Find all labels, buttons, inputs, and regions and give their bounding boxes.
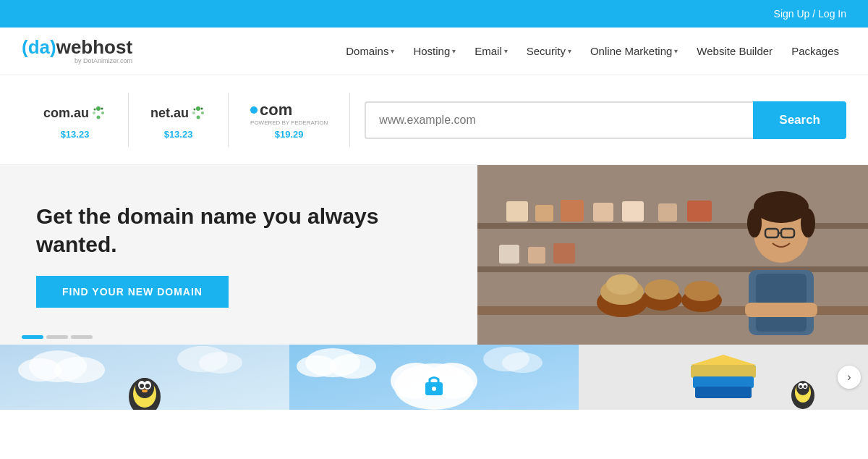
nav-item-online-marketing[interactable]: Online Marketing ▾ — [583, 41, 685, 62]
svg-point-40 — [747, 209, 762, 237]
chevron-down-icon: ▾ — [452, 47, 456, 55]
nav-item-email[interactable]: Email ▾ — [467, 41, 515, 62]
chevron-down-icon: ▾ — [391, 47, 394, 55]
tld-netau[interactable]: net.au $13.23 — [129, 93, 229, 147]
svg-point-4 — [101, 108, 103, 110]
hero-person-illustration — [477, 165, 868, 345]
svg-rect-18 — [593, 203, 613, 222]
svg-point-56 — [142, 389, 148, 392]
hero-banner: Get the domain name you always wanted. F… — [0, 165, 868, 345]
svg-rect-23 — [528, 247, 545, 264]
svg-rect-21 — [687, 201, 712, 222]
box-card-illustration — [579, 345, 868, 410]
svg-point-10 — [201, 108, 203, 110]
svg-rect-42 — [745, 303, 817, 317]
svg-rect-22 — [499, 245, 519, 264]
search-button[interactable]: Search — [753, 101, 846, 139]
tld-dotcom[interactable]: com POWERED BY FEDERATION $19.29 — [229, 93, 350, 147]
svg-rect-70 — [691, 365, 756, 378]
dotcom-price: $19.29 — [275, 129, 304, 140]
svg-rect-20 — [658, 203, 677, 222]
nav-item-website-builder[interactable]: Website Builder — [689, 41, 780, 62]
svg-point-79 — [799, 385, 802, 388]
find-domain-button[interactable]: FIND YOUR NEW DOMAIN — [36, 276, 229, 308]
logo-text: (da)webhost — [22, 38, 132, 56]
cloud-card-illustration — [289, 345, 579, 410]
dotcom-logo: com POWERED BY FEDERATION — [250, 100, 328, 126]
netau-dots-icon — [190, 105, 206, 121]
nav-item-packages[interactable]: Packages — [784, 41, 846, 62]
logo[interactable]: (da)webhost by DotAnimizer.com — [22, 38, 132, 64]
search-input[interactable] — [365, 101, 753, 139]
svg-point-30 — [644, 279, 679, 300]
svg-rect-24 — [553, 243, 575, 264]
svg-point-9 — [192, 111, 195, 114]
card-box-stack[interactable]: › — [579, 345, 868, 410]
hero-content: Get the domain name you always wanted. F… — [0, 165, 477, 345]
svg-point-76 — [796, 381, 809, 395]
carousel-dot-3[interactable] — [71, 335, 93, 339]
card-linux-hosting[interactable] — [0, 345, 289, 410]
linux-card-illustration — [0, 345, 289, 410]
svg-rect-17 — [561, 200, 584, 222]
cards-section: › — [0, 345, 868, 410]
svg-point-45 — [54, 357, 105, 383]
svg-point-32 — [684, 281, 719, 301]
svg-rect-72 — [693, 376, 754, 388]
carousel-dots — [22, 335, 93, 339]
nav-item-domains[interactable]: Domains ▾ — [339, 41, 401, 62]
svg-point-67 — [432, 387, 436, 391]
svg-point-55 — [145, 384, 150, 388]
svg-point-5 — [94, 109, 96, 111]
next-arrow-button[interactable]: › — [838, 366, 861, 389]
comau-logo: com.au — [43, 100, 106, 126]
comau-price: $13.23 — [61, 129, 90, 140]
nav-item-hosting[interactable]: Hosting ▾ — [406, 41, 463, 62]
svg-point-1 — [101, 111, 104, 114]
hero-title: Get the domain name you always wanted. — [36, 202, 441, 258]
svg-rect-16 — [535, 205, 553, 222]
svg-point-80 — [804, 385, 807, 388]
tld-comau[interactable]: com.au $13.23 — [22, 93, 129, 147]
comau-dots-icon — [90, 105, 106, 121]
svg-rect-15 — [506, 201, 528, 222]
svg-rect-19 — [622, 201, 644, 222]
svg-rect-73 — [695, 387, 752, 398]
search-bar: Search — [365, 101, 846, 139]
svg-point-62 — [502, 353, 542, 373]
signup-login-link[interactable]: Sign Up / Log In — [774, 8, 846, 20]
svg-point-39 — [754, 191, 809, 223]
svg-point-7 — [201, 111, 204, 114]
svg-point-51 — [135, 378, 154, 398]
chevron-down-icon: ▾ — [568, 47, 571, 55]
nav-item-security[interactable]: Security ▾ — [519, 41, 579, 62]
top-bar: Sign Up / Log In — [0, 0, 868, 28]
svg-point-48 — [199, 352, 242, 374]
chevron-down-icon: ▾ — [674, 47, 678, 55]
dotcom-blue-dot-icon — [250, 106, 258, 114]
svg-point-46 — [18, 358, 61, 382]
hero-image — [477, 165, 868, 345]
logo-sub: by DotAnimizer.com — [22, 58, 132, 64]
chevron-down-icon: ▾ — [504, 47, 508, 55]
svg-point-28 — [606, 274, 638, 295]
carousel-dot-1[interactable] — [22, 335, 43, 339]
main-nav: Domains ▾ Hosting ▾ Email ▾ Security ▾ O… — [339, 41, 846, 62]
svg-point-41 — [801, 209, 815, 237]
tld-group: com.au $13.23 net.au — [22, 93, 350, 147]
svg-point-6 — [196, 106, 200, 111]
netau-logo: net.au — [150, 100, 206, 126]
carousel-dot-2[interactable] — [46, 335, 68, 339]
svg-point-2 — [97, 116, 101, 119]
svg-point-8 — [197, 116, 200, 119]
netau-price: $13.23 — [164, 129, 193, 140]
domain-search-section: com.au $13.23 net.au — [0, 75, 868, 165]
svg-point-3 — [93, 111, 95, 114]
svg-point-0 — [96, 106, 101, 111]
header: (da)webhost by DotAnimizer.com Domains ▾… — [0, 28, 868, 75]
svg-point-54 — [140, 384, 144, 388]
card-cloud-hosting[interactable] — [289, 345, 579, 410]
svg-point-11 — [194, 109, 196, 111]
svg-point-60 — [297, 355, 337, 377]
